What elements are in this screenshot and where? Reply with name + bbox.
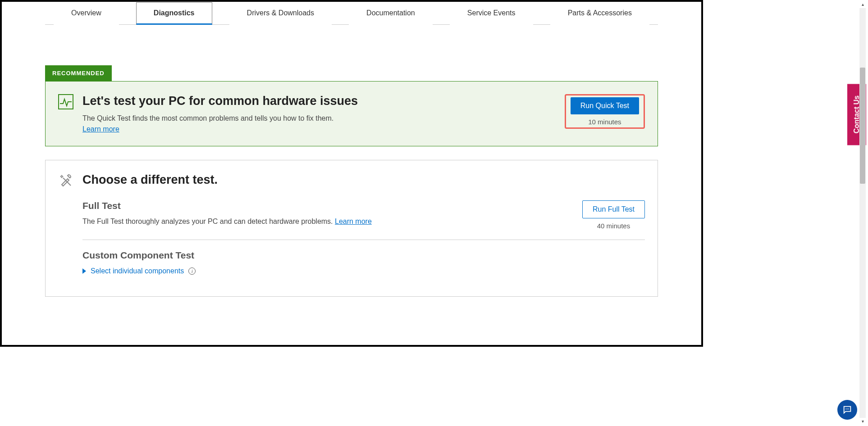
caret-right-icon [82, 268, 86, 274]
heartbeat-icon [58, 94, 73, 111]
tab-service-events[interactable]: Service Events [450, 2, 533, 25]
quick-test-duration: 10 minutes [571, 118, 639, 126]
recommended-learn-more-link[interactable]: Learn more [82, 125, 119, 133]
full-test-name: Full Test [82, 200, 582, 211]
recommended-title: Let's test your PC for common hardware i… [82, 94, 556, 108]
custom-test-name: Custom Component Test [82, 250, 645, 261]
select-components-label: Select individual components [91, 267, 184, 275]
tab-diagnostics[interactable]: Diagnostics [136, 2, 212, 25]
other-tests-title: Choose a different test. [82, 173, 645, 187]
full-test-block: Full Test The Full Test thoroughly analy… [82, 200, 645, 240]
tab-navigation: Overview Diagnostics Drivers & Downloads… [45, 2, 658, 25]
recommended-body: Let's test your PC for common hardware i… [82, 94, 556, 133]
recommended-badge: RECOMMENDED [45, 65, 112, 81]
info-icon[interactable]: i [188, 267, 196, 275]
recommended-description: The Quick Test finds the most common pro… [82, 114, 556, 122]
tools-icon [58, 173, 73, 190]
run-quick-test-highlight: Run Quick Test 10 minutes [565, 94, 645, 129]
run-full-test-button[interactable]: Run Full Test [582, 200, 645, 218]
custom-test-block: Custom Component Test Select individual … [82, 250, 645, 286]
tab-overview[interactable]: Overview [54, 2, 119, 25]
page-viewport: Overview Diagnostics Drivers & Downloads… [2, 2, 701, 345]
select-components-toggle[interactable]: Select individual components i [82, 267, 196, 275]
tab-drivers-downloads[interactable]: Drivers & Downloads [229, 2, 332, 25]
other-tests-panel: Choose a different test. Full Test The F… [45, 160, 658, 297]
full-test-duration: 40 minutes [582, 222, 645, 230]
full-test-learn-more-link[interactable]: Learn more [335, 218, 372, 225]
tab-parts-accessories[interactable]: Parts & Accessories [550, 2, 649, 25]
full-test-description: The Full Test thoroughly analyzes your P… [82, 218, 582, 226]
tab-documentation[interactable]: Documentation [349, 2, 433, 25]
run-quick-test-button[interactable]: Run Quick Test [571, 97, 639, 114]
recommended-panel: Let's test your PC for common hardware i… [45, 81, 658, 146]
full-test-desc-text: The Full Test thoroughly analyzes your P… [82, 218, 335, 225]
other-tests-body: Choose a different test. Full Test The F… [82, 173, 645, 286]
